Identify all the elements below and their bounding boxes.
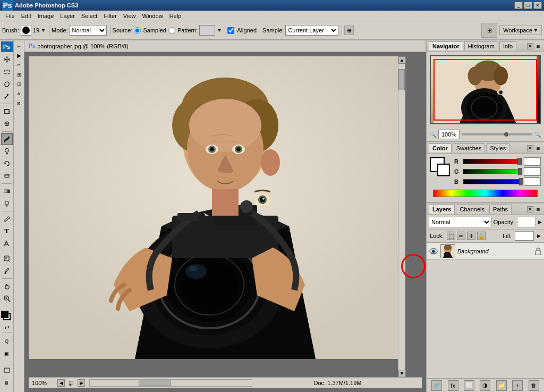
opacity-arrow[interactable]: ▶ <box>538 219 542 225</box>
paths-tab[interactable]: Paths <box>489 204 512 214</box>
tool-gradient[interactable] <box>1 185 13 197</box>
tool-brush[interactable] <box>1 133 13 145</box>
color-options[interactable]: ≡ <box>534 144 542 152</box>
workspace-button[interactable]: Workspace ▼ <box>499 25 542 35</box>
layer-style-btn[interactable]: fx <box>448 380 458 391</box>
tool-eyedropper[interactable] <box>1 265 13 277</box>
vert-btn-6[interactable]: A <box>15 89 23 98</box>
fill-arrow[interactable]: ▶ <box>537 233 541 238</box>
layer-row[interactable]: Background <box>427 243 544 260</box>
pattern-radio[interactable] <box>168 27 175 34</box>
scroll-up-arrow[interactable]: ▲ <box>398 56 406 64</box>
tool-hand[interactable] <box>1 280 13 292</box>
r-slider-track[interactable] <box>463 159 522 164</box>
vert-btn-3[interactable]: ✂ <box>15 61 23 69</box>
zoom-input[interactable] <box>438 130 460 139</box>
tool-text[interactable]: T <box>1 225 13 237</box>
b-slider-thumb[interactable] <box>519 178 523 185</box>
menu-layer[interactable]: Layer <box>57 12 78 20</box>
menu-image[interactable]: Image <box>35 12 57 20</box>
layers-options[interactable]: ≡ <box>534 206 542 213</box>
tool-marquee[interactable] <box>1 66 13 78</box>
menu-view[interactable]: View <box>120 12 139 20</box>
workspace-icon-btn[interactable]: ⊞ <box>481 23 497 38</box>
minimize-button[interactable]: _ <box>514 2 523 9</box>
navigator-options[interactable]: ≡ <box>534 42 542 50</box>
close-button[interactable]: ✕ <box>533 2 542 9</box>
histogram-tab[interactable]: Histogram <box>464 41 498 50</box>
pattern-dropdown-arrow[interactable]: ▼ <box>217 28 222 33</box>
g-value-input[interactable]: 250 <box>524 167 541 176</box>
foreground-swatch[interactable] <box>1 311 8 318</box>
vert-btn-7[interactable]: ⊠ <box>15 99 23 107</box>
tool-zoom[interactable] <box>1 293 13 304</box>
menu-select[interactable]: Select <box>78 12 101 20</box>
sample-select[interactable]: Current Layer <box>285 25 338 36</box>
fill-input[interactable]: 100% <box>515 231 534 241</box>
navigator-close[interactable]: ✕ <box>527 43 533 49</box>
tool-eraser[interactable] <box>1 170 13 182</box>
blend-mode-select[interactable]: Normal <box>429 217 491 227</box>
tool-quick-mask[interactable]: ▣ <box>1 348 13 360</box>
tool-clone[interactable] <box>1 146 13 157</box>
vert-btn-1[interactable]: ↔ <box>15 41 23 50</box>
scroll-thumb-v[interactable] <box>398 69 405 90</box>
info-tab[interactable]: Info <box>499 41 516 50</box>
new-group-btn[interactable]: 📁 <box>496 380 507 391</box>
spectrum-bar[interactable] <box>433 190 538 197</box>
layers-close[interactable]: ✕ <box>527 206 533 212</box>
zoom-thumb[interactable] <box>504 132 508 137</box>
zoom-slider[interactable] <box>462 133 532 135</box>
g-slider-track[interactable] <box>463 169 522 174</box>
lock-image-btn[interactable]: ✏ <box>457 232 465 240</box>
menu-window[interactable]: Window <box>139 12 166 20</box>
menu-edit[interactable]: Edit <box>18 12 35 20</box>
delete-layer-btn[interactable]: 🗑 <box>529 380 539 391</box>
vert-btn-4[interactable]: ⊞ <box>15 70 23 79</box>
tool-move[interactable] <box>1 54 13 65</box>
vert-btn-2[interactable]: ▶ <box>15 51 23 59</box>
scroll-down-arrow[interactable]: ▼ <box>398 370 406 377</box>
tool-dodge[interactable] <box>1 198 13 209</box>
styles-tab[interactable]: Styles <box>486 143 509 152</box>
color-close[interactable]: ✕ <box>527 145 533 151</box>
zoom-in-icon[interactable]: 🔍 <box>534 132 541 138</box>
canvas[interactable] <box>29 56 398 359</box>
tool-notes[interactable] <box>1 253 13 265</box>
title-bar-controls[interactable]: _ □ ✕ <box>514 2 542 9</box>
aligned-checkbox[interactable] <box>227 27 234 34</box>
layers-tab[interactable]: Layers <box>429 204 455 214</box>
r-slider-thumb[interactable] <box>517 158 522 165</box>
channels-tab[interactable]: Channels <box>456 204 488 214</box>
canvas-wrapper[interactable]: ▲ ▼ 100% ◀ ▪ ▶ <box>24 52 426 392</box>
swap-colors-btn[interactable]: ⇄ <box>5 325 9 330</box>
vert-btn-5[interactable]: ⊡ <box>15 80 23 88</box>
maximize-button[interactable]: □ <box>524 2 532 9</box>
vertical-scrollbar[interactable]: ▲ ▼ <box>398 56 405 377</box>
tool-cs-mode[interactable]: 🖥 <box>1 377 13 389</box>
layer-mask-btn[interactable]: ⬜ <box>464 380 474 391</box>
scroll-track-v[interactable] <box>398 64 405 370</box>
g-slider-thumb[interactable] <box>518 168 522 175</box>
menu-file[interactable]: File <box>2 12 18 20</box>
swatches-tab[interactable]: Swatches <box>453 143 486 152</box>
tool-crop[interactable] <box>1 106 13 117</box>
lock-all-btn[interactable]: 🔒 <box>477 232 486 240</box>
brush-preview[interactable] <box>21 25 31 36</box>
tool-history-brush[interactable] <box>1 158 13 169</box>
tool-pen[interactable] <box>1 213 13 225</box>
tool-magic-wand[interactable] <box>1 90 13 102</box>
toolbar-extra-btn[interactable]: ⊕ <box>344 25 354 35</box>
status-nav-left[interactable]: ◀ <box>57 379 65 387</box>
menu-help[interactable]: Help <box>166 12 185 20</box>
color-tab[interactable]: Color <box>429 143 452 152</box>
lock-position-btn[interactable]: ✛ <box>467 232 475 240</box>
tool-healing[interactable] <box>1 118 13 130</box>
sampled-radio[interactable] <box>134 27 141 34</box>
zoom-out-icon[interactable]: 🔍 <box>430 132 436 138</box>
fill-layer-btn[interactable]: ◑ <box>480 380 490 391</box>
navigator-tab[interactable]: Navigator <box>429 41 463 50</box>
scrollbar-thumb-h[interactable] <box>139 380 171 386</box>
pattern-preview[interactable] <box>199 25 215 36</box>
status-nav-right[interactable]: ▶ <box>78 379 85 387</box>
